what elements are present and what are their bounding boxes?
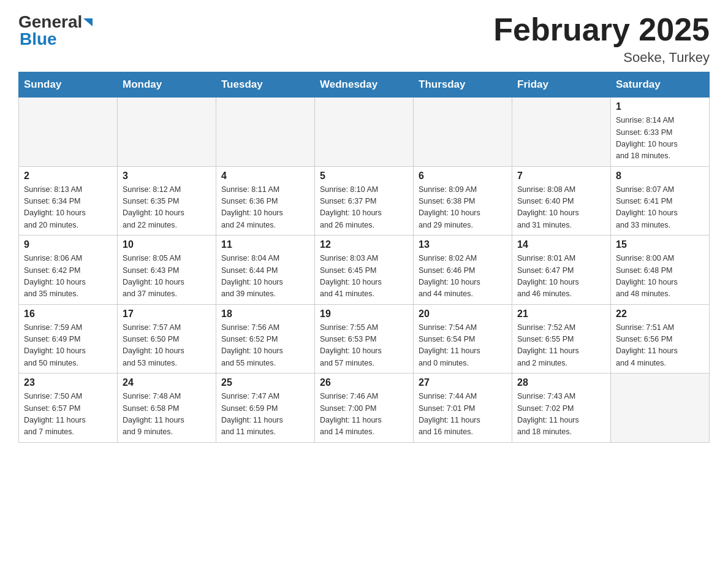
calendar-cell	[414, 98, 512, 167]
calendar-cell: 21Sunrise: 7:52 AM Sunset: 6:55 PM Dayli…	[512, 304, 611, 373]
calendar-cell: 13Sunrise: 8:02 AM Sunset: 6:46 PM Dayli…	[414, 236, 512, 305]
calendar-cell: 12Sunrise: 8:03 AM Sunset: 6:45 PM Dayli…	[315, 236, 414, 305]
day-info: Sunrise: 7:56 AM Sunset: 6:52 PM Dayligh…	[221, 322, 309, 370]
calendar-cell: 22Sunrise: 7:51 AM Sunset: 6:56 PM Dayli…	[611, 304, 710, 373]
calendar-cell: 2Sunrise: 8:13 AM Sunset: 6:34 PM Daylig…	[19, 166, 118, 236]
day-number: 13	[419, 239, 507, 250]
calendar-cell: 1Sunrise: 8:14 AM Sunset: 6:33 PM Daylig…	[611, 98, 710, 167]
location-text: Soeke, Turkey	[493, 50, 710, 66]
calendar-cell	[216, 98, 315, 167]
weekday-header-tuesday: Tuesday	[216, 72, 315, 98]
day-info: Sunrise: 8:08 AM Sunset: 6:40 PM Dayligh…	[517, 184, 605, 232]
day-info: Sunrise: 8:09 AM Sunset: 6:38 PM Dayligh…	[419, 184, 507, 232]
weekday-header-thursday: Thursday	[414, 72, 512, 98]
calendar-cell: 11Sunrise: 8:04 AM Sunset: 6:44 PM Dayli…	[216, 236, 315, 305]
calendar-cell: 7Sunrise: 8:08 AM Sunset: 6:40 PM Daylig…	[512, 166, 611, 236]
weekday-header-saturday: Saturday	[611, 72, 710, 98]
day-info: Sunrise: 8:14 AM Sunset: 6:33 PM Dayligh…	[616, 115, 704, 163]
day-number: 4	[221, 170, 309, 182]
day-number: 5	[320, 170, 408, 182]
calendar-cell: 25Sunrise: 7:47 AM Sunset: 6:59 PM Dayli…	[216, 373, 315, 443]
page-header: General Blue February 2025 Soeke, Turkey	[18, 12, 710, 66]
calendar-cell	[315, 98, 414, 167]
calendar-cell: 16Sunrise: 7:59 AM Sunset: 6:49 PM Dayli…	[19, 304, 118, 373]
day-number: 3	[123, 170, 211, 182]
calendar-cell: 14Sunrise: 8:01 AM Sunset: 6:47 PM Dayli…	[512, 236, 611, 305]
calendar-cell: 10Sunrise: 8:05 AM Sunset: 6:43 PM Dayli…	[118, 236, 216, 305]
day-info: Sunrise: 8:01 AM Sunset: 6:47 PM Dayligh…	[517, 253, 605, 301]
calendar-cell: 6Sunrise: 8:09 AM Sunset: 6:38 PM Daylig…	[414, 166, 512, 236]
logo-triangle-icon	[83, 18, 93, 26]
calendar-cell	[118, 98, 216, 167]
day-number: 1	[616, 101, 704, 112]
day-info: Sunrise: 7:50 AM Sunset: 6:57 PM Dayligh…	[24, 391, 112, 439]
day-number: 28	[517, 377, 605, 388]
weekday-header-sunday: Sunday	[19, 72, 118, 98]
day-info: Sunrise: 8:00 AM Sunset: 6:48 PM Dayligh…	[616, 253, 704, 301]
day-info: Sunrise: 7:52 AM Sunset: 6:55 PM Dayligh…	[517, 322, 605, 370]
calendar-table: SundayMondayTuesdayWednesdayThursdayFrid…	[18, 72, 710, 443]
day-number: 18	[221, 308, 309, 320]
day-number: 14	[517, 239, 605, 250]
calendar-cell: 18Sunrise: 7:56 AM Sunset: 6:52 PM Dayli…	[216, 304, 315, 373]
calendar-cell: 17Sunrise: 7:57 AM Sunset: 6:50 PM Dayli…	[118, 304, 216, 373]
calendar-week-row: 2Sunrise: 8:13 AM Sunset: 6:34 PM Daylig…	[19, 166, 710, 236]
day-number: 22	[616, 308, 704, 320]
calendar-week-row: 23Sunrise: 7:50 AM Sunset: 6:57 PM Dayli…	[19, 373, 710, 443]
calendar-cell	[19, 98, 118, 167]
day-info: Sunrise: 8:13 AM Sunset: 6:34 PM Dayligh…	[24, 184, 112, 232]
weekday-header-row: SundayMondayTuesdayWednesdayThursdayFrid…	[19, 72, 710, 98]
day-info: Sunrise: 8:11 AM Sunset: 6:36 PM Dayligh…	[221, 184, 309, 232]
month-title: February 2025	[493, 12, 710, 47]
day-number: 12	[320, 239, 408, 250]
day-number: 6	[419, 170, 507, 182]
calendar-cell: 9Sunrise: 8:06 AM Sunset: 6:42 PM Daylig…	[19, 236, 118, 305]
day-number: 26	[320, 377, 408, 388]
day-info: Sunrise: 8:10 AM Sunset: 6:37 PM Dayligh…	[320, 184, 408, 232]
day-info: Sunrise: 7:55 AM Sunset: 6:53 PM Dayligh…	[320, 322, 408, 370]
day-info: Sunrise: 7:48 AM Sunset: 6:58 PM Dayligh…	[123, 391, 211, 439]
day-number: 11	[221, 239, 309, 250]
calendar-cell: 3Sunrise: 8:12 AM Sunset: 6:35 PM Daylig…	[118, 166, 216, 236]
day-info: Sunrise: 7:43 AM Sunset: 7:02 PM Dayligh…	[517, 391, 605, 439]
day-number: 17	[123, 308, 211, 320]
day-number: 20	[419, 308, 507, 320]
day-number: 19	[320, 308, 408, 320]
calendar-cell: 4Sunrise: 8:11 AM Sunset: 6:36 PM Daylig…	[216, 166, 315, 236]
day-info: Sunrise: 7:57 AM Sunset: 6:50 PM Dayligh…	[123, 322, 211, 370]
calendar-cell: 19Sunrise: 7:55 AM Sunset: 6:53 PM Dayli…	[315, 304, 414, 373]
day-info: Sunrise: 8:06 AM Sunset: 6:42 PM Dayligh…	[24, 253, 112, 301]
weekday-header-friday: Friday	[512, 72, 611, 98]
calendar-cell: 5Sunrise: 8:10 AM Sunset: 6:37 PM Daylig…	[315, 166, 414, 236]
day-info: Sunrise: 8:04 AM Sunset: 6:44 PM Dayligh…	[221, 253, 309, 301]
calendar-cell: 20Sunrise: 7:54 AM Sunset: 6:54 PM Dayli…	[414, 304, 512, 373]
calendar-cell: 24Sunrise: 7:48 AM Sunset: 6:58 PM Dayli…	[118, 373, 216, 443]
day-number: 8	[616, 170, 704, 182]
day-number: 7	[517, 170, 605, 182]
calendar-cell: 15Sunrise: 8:00 AM Sunset: 6:48 PM Dayli…	[611, 236, 710, 305]
day-number: 9	[24, 239, 112, 250]
day-info: Sunrise: 8:03 AM Sunset: 6:45 PM Dayligh…	[320, 253, 408, 301]
day-number: 27	[419, 377, 507, 388]
day-number: 10	[123, 239, 211, 250]
day-number: 25	[221, 377, 309, 388]
day-info: Sunrise: 7:46 AM Sunset: 7:00 PM Dayligh…	[320, 391, 408, 439]
calendar-week-row: 1Sunrise: 8:14 AM Sunset: 6:33 PM Daylig…	[19, 98, 710, 167]
calendar-cell: 26Sunrise: 7:46 AM Sunset: 7:00 PM Dayli…	[315, 373, 414, 443]
day-info: Sunrise: 8:12 AM Sunset: 6:35 PM Dayligh…	[123, 184, 211, 232]
day-number: 23	[24, 377, 112, 388]
day-info: Sunrise: 7:54 AM Sunset: 6:54 PM Dayligh…	[419, 322, 507, 370]
calendar-cell	[512, 98, 611, 167]
calendar-cell: 23Sunrise: 7:50 AM Sunset: 6:57 PM Dayli…	[19, 373, 118, 443]
calendar-cell: 8Sunrise: 8:07 AM Sunset: 6:41 PM Daylig…	[611, 166, 710, 236]
weekday-header-monday: Monday	[118, 72, 216, 98]
calendar-cell: 28Sunrise: 7:43 AM Sunset: 7:02 PM Dayli…	[512, 373, 611, 443]
logo: General Blue	[18, 12, 93, 49]
weekday-header-wednesday: Wednesday	[315, 72, 414, 98]
day-number: 21	[517, 308, 605, 320]
day-info: Sunrise: 8:05 AM Sunset: 6:43 PM Dayligh…	[123, 253, 211, 301]
logo-blue-text: Blue	[20, 29, 57, 49]
day-info: Sunrise: 8:07 AM Sunset: 6:41 PM Dayligh…	[616, 184, 704, 232]
title-area: February 2025 Soeke, Turkey	[493, 12, 710, 66]
day-number: 2	[24, 170, 112, 182]
